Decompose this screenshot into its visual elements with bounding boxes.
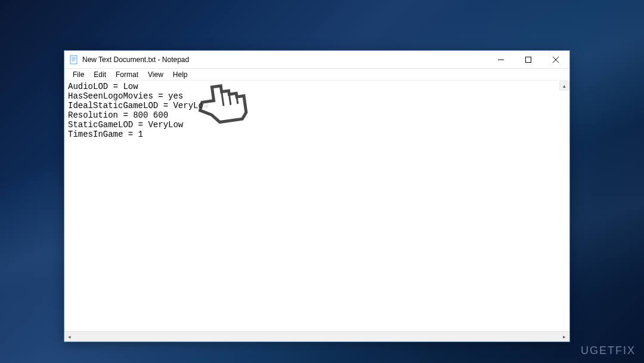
menu-format[interactable]: Format <box>111 69 143 80</box>
editor-container: ▴ AudioLOD = Low HasSeenLogoMovies = yes… <box>64 81 569 342</box>
titlebar[interactable]: New Text Document.txt - Notepad <box>64 51 569 69</box>
text-editor[interactable]: AudioLOD = Low HasSeenLogoMovies = yes I… <box>64 81 569 331</box>
window-controls <box>487 51 569 69</box>
menu-view[interactable]: View <box>143 69 168 80</box>
scroll-left-arrow[interactable]: ◂ <box>64 332 75 342</box>
maximize-button[interactable] <box>515 51 542 69</box>
watermark: UGETFIX <box>581 344 636 357</box>
close-button[interactable] <box>542 51 569 69</box>
svg-rect-6 <box>526 57 531 62</box>
minimize-button[interactable] <box>487 51 515 69</box>
horizontal-scrollbar[interactable]: ◂ ▸ <box>64 331 569 342</box>
menubar: File Edit Format View Help <box>64 69 569 81</box>
window-title: New Text Document.txt - Notepad <box>82 56 189 64</box>
notepad-icon <box>69 55 79 64</box>
scroll-right-arrow[interactable]: ▸ <box>559 332 569 342</box>
notepad-window: New Text Document.txt - Notepad File Edi… <box>64 50 570 342</box>
menu-help[interactable]: Help <box>168 69 193 80</box>
menu-edit[interactable]: Edit <box>89 69 111 80</box>
menu-file[interactable]: File <box>68 69 89 80</box>
